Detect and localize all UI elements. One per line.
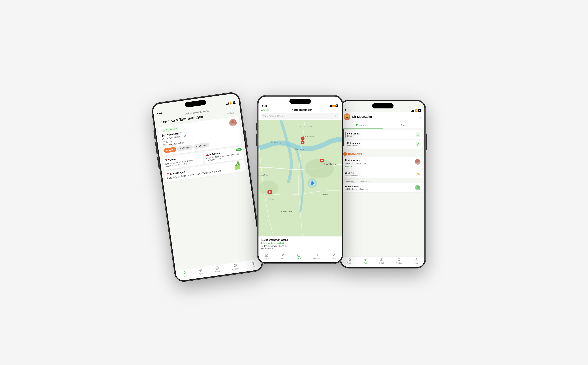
svg-point-52 <box>344 153 346 155</box>
svg-point-61 <box>366 260 367 260</box>
signal-left <box>226 102 229 105</box>
left-screen: 9:41 📶 ■ Deine Tierarztpraxis <box>152 93 263 281</box>
date-divider: ✓ Dienstag, 31. Januar 2023 <box>341 179 424 183</box>
btn-morgen[interactable]: Morgen <box>164 147 176 153</box>
bottom-nav-left: Praxis Tiere <box>175 259 262 281</box>
no-border <box>345 141 346 147</box>
map-area: Hamburg Elmshorn Pinneberg Bremerhaven N… <box>258 120 342 236</box>
search-bar[interactable]: 🔍 Adresse, Ort, etc. ◎ <box>261 113 339 119</box>
svg-text:Bremerhaven: Bremerhaven <box>281 211 292 213</box>
svg-point-14 <box>199 270 200 271</box>
phone-right: 9:41 📶 ■ 🐱 <box>340 100 426 268</box>
praxis-badge: 🏠 Praxistermin <box>161 127 179 133</box>
svg-point-13 <box>201 269 202 270</box>
event2-info: Praxistermin mit Dr. Daniel Hufschmied <box>345 185 413 190</box>
edit-icon[interactable]: ✏️ <box>417 173 421 176</box>
svg-point-36 <box>321 160 323 161</box>
treatment-icon-floh <box>416 132 421 137</box>
location-icon-mid: ◎ <box>335 114 337 117</box>
clinic-name[interactable]: Kleintierzentrum Gotha › <box>261 239 339 241</box>
event-card-1: Praxistermin mit Dr. Julia Flügelschlag … <box>343 157 423 170</box>
event2-name: Praxistermin <box>345 185 413 188</box>
svg-point-33 <box>302 142 303 143</box>
nav-praxis-left[interactable]: Praxis <box>182 270 187 277</box>
floh-info: Floh-Schutz Heute <box>347 133 414 137</box>
nav-konto-left[interactable]: Konto <box>251 261 256 268</box>
nav-konto-right[interactable]: Konto <box>415 258 418 264</box>
svg-point-55 <box>416 186 419 188</box>
arrow-right-icon: › <box>338 239 339 241</box>
tab-pass[interactable]: Pass <box>383 122 424 128</box>
svg-rect-11 <box>184 273 185 274</box>
svg-point-46 <box>281 255 282 255</box>
wifi-icon-mid: 📶 <box>332 105 335 107</box>
time-right: 9:41 <box>345 109 350 112</box>
btn-18-tage[interactable]: In 18 Tagen <box>194 142 210 149</box>
nav-feedback-label-mid: Feedback <box>313 258 320 259</box>
orange-border-left <box>345 132 346 138</box>
treatment-entwurmung[interactable]: Entwurmung in 46 Tagen <box>343 140 423 149</box>
svg-point-39 <box>269 191 271 193</box>
gear-nav-icon-right <box>415 258 418 262</box>
entwurmung-name: Entwurmung <box>347 142 414 144</box>
nav-notfall-right[interactable]: Notfall <box>380 258 384 264</box>
nav-konto-mid[interactable]: Konto <box>332 253 336 259</box>
treatment-floh[interactable]: Floh-Schutz Heute <box>343 130 423 140</box>
details-link[interactable]: Details › <box>345 166 421 168</box>
svg-text:Bremervörde: Bremervörde <box>258 174 268 176</box>
svg-point-58 <box>365 259 365 260</box>
nav-feedback-label-right: Feedback <box>396 262 402 264</box>
nav-notfall-mid[interactable]: Notfall <box>297 253 301 259</box>
profile-name-right: Sir Maunzelot <box>352 115 418 119</box>
event2-doctor: mit Dr. Daniel Hufschmied <box>345 188 413 190</box>
home-nav-icon-mid <box>265 253 269 257</box>
back-btn-mid[interactable]: ‹ Zurück <box>261 108 269 112</box>
nav-feedback-mid[interactable]: Feedback <box>313 253 320 259</box>
btn-16-tage[interactable]: In 16 Tagen <box>177 145 193 151</box>
nav-feedback-left[interactable]: Feedback <box>231 263 240 270</box>
nav-notfall-left[interactable]: Notfall <box>215 266 220 273</box>
event-dot-icon <box>343 152 347 156</box>
arrow-right-details: › <box>420 166 421 168</box>
clinic-address-1: Bertha-Schneyer-Straße 10 <box>261 245 339 247</box>
svg-point-41 <box>308 178 317 188</box>
nav-tiere-mid[interactable]: Tiere <box>281 253 285 259</box>
nav-praxis-right[interactable]: Praxis <box>347 258 351 264</box>
tab-ereignisse[interactable]: Ereignisse <box>341 122 383 128</box>
bottom-nav-mid: Praxis Tiere Notfall <box>258 252 342 262</box>
svg-text:Pinneberg: Pinneberg <box>271 141 281 143</box>
svg-point-56 <box>416 189 420 190</box>
nav-feedback-right[interactable]: Feedback <box>396 258 402 264</box>
temp-row: 38,5°C Körpertemperatur ✏️ <box>343 170 423 178</box>
nav-konto-label-mid: Konto <box>332 258 336 259</box>
scene: 9:41 📶 ■ Deine Tierarztpraxis <box>162 92 426 273</box>
search-icon-mid: 🔍 <box>263 114 266 117</box>
phone-left: 9:41 📶 ■ Deine Tierarztpraxis <box>151 91 264 282</box>
nav-tiere-left[interactable]: Tiere <box>198 268 203 275</box>
open-dot <box>261 242 262 244</box>
profile-avatar-right: 🐱 <box>344 113 350 120</box>
date-label-2: Dienstag, 31. Januar 2023 <box>346 180 370 182</box>
gear-nav-icon-mid <box>332 253 336 257</box>
svg-point-59 <box>366 259 366 260</box>
svg-rect-49 <box>315 254 318 256</box>
dynamic-island-right <box>372 103 394 108</box>
nav-tiere-label-right: Tiere <box>364 262 367 264</box>
time-mid: 9:41 <box>262 105 267 107</box>
svg-text:Hamburg: Hamburg <box>324 162 336 166</box>
nav-praxis-label-right: Praxis <box>347 262 351 264</box>
svg-point-1 <box>231 124 236 127</box>
event-name-1: Praxistermin <box>345 159 415 162</box>
profile-header: 🐱 Sir Maunzelot ⌄ <box>341 112 424 122</box>
treatments-container: Floh-Schutz Heute Entwurmung in 46 Tagen <box>343 130 423 149</box>
clock-icon: 🕐 <box>163 141 165 144</box>
plus-nav-icon-mid <box>297 253 301 257</box>
nav-praxis-mid[interactable]: Praxis <box>265 253 269 259</box>
temp-value: 38,5°C <box>345 171 359 175</box>
nav-konto-label-left: Konto <box>251 265 256 268</box>
nav-tiere-right[interactable]: Tiere <box>363 258 367 264</box>
chat-nav-icon-mid <box>314 253 318 257</box>
svg-point-54 <box>416 163 420 165</box>
chevron-down-icon[interactable]: ⌄ <box>419 115 422 119</box>
search-placeholder-mid: Adresse, Ort, etc. <box>267 115 334 117</box>
